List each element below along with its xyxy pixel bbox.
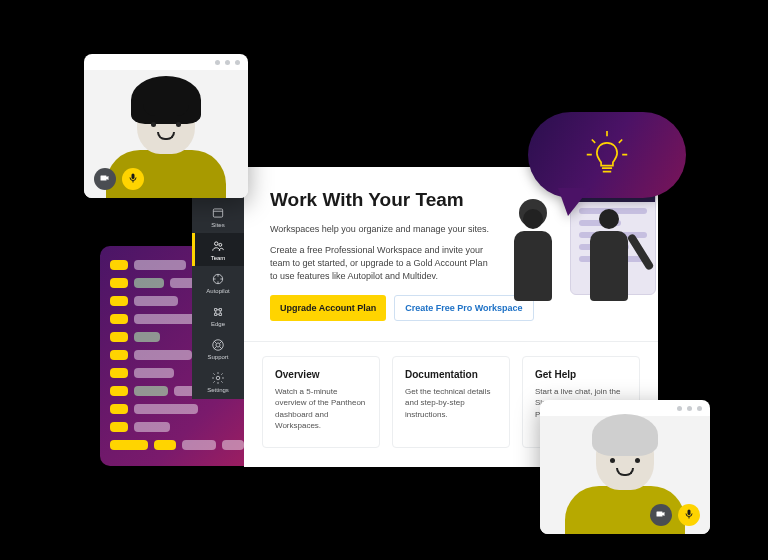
camera-icon [655,506,667,524]
svg-point-6 [216,377,220,381]
window-control-dot[interactable] [215,60,220,65]
svg-rect-7 [132,174,135,180]
sidebar-item-autopilot[interactable]: Autopilot [192,266,244,299]
camera-icon [99,170,111,188]
dashboard-sidebar: Home Sites Team Autopilot Edge Support [192,167,244,399]
window-control-dot[interactable] [677,406,682,411]
edge-icon [211,305,225,319]
window-control-dot[interactable] [697,406,702,411]
svg-point-1 [215,242,219,246]
video-call-window [84,54,248,198]
video-stage [84,70,248,198]
camera-toggle-button[interactable] [650,504,672,526]
autopilot-icon [211,272,225,286]
sidebar-item-label: Team [211,255,226,261]
lightbulb-icon [580,126,634,184]
support-icon [211,338,225,352]
card-body: Get the technical details and step-by-st… [405,386,497,420]
card-body: Watch a 5-minute overview of the Pantheo… [275,386,367,431]
window-control-dot[interactable] [235,60,240,65]
team-icon [211,239,225,253]
window-control-dot[interactable] [687,406,692,411]
sidebar-item-label: Settings [207,387,229,393]
person-silhouette [510,209,556,319]
sites-icon [211,206,225,220]
video-stage [540,416,710,534]
microphone-icon [683,506,695,524]
card-documentation[interactable]: Documentation Get the technical details … [392,356,510,448]
microphone-toggle-button[interactable] [122,168,144,190]
person-silhouette [586,209,632,319]
hero-intro-text: Workspaces help you organize and manage … [270,223,490,236]
sidebar-item-support[interactable]: Support [192,333,244,366]
card-title: Overview [275,369,367,380]
window-chrome [84,54,248,70]
sidebar-item-label: Edge [211,321,225,327]
video-call-window [540,400,710,534]
sidebar-item-label: Sites [211,222,224,228]
window-control-dot[interactable] [225,60,230,65]
card-title: Get Help [535,369,627,380]
card-title: Documentation [405,369,497,380]
svg-rect-0 [213,209,222,217]
camera-toggle-button[interactable] [94,168,116,190]
sidebar-item-sites[interactable]: Sites [192,200,244,233]
card-overview[interactable]: Overview Watch a 5-minute overview of th… [262,356,380,448]
upgrade-account-plan-button[interactable]: Upgrade Account Plan [270,295,386,321]
idea-speech-bubble [528,112,686,214]
sidebar-item-team[interactable]: Team [192,233,244,266]
svg-point-5 [216,343,220,347]
microphone-toggle-button[interactable] [678,504,700,526]
sidebar-item-edge[interactable]: Edge [192,300,244,333]
gear-icon [211,371,225,385]
sidebar-item-label: Support [207,354,228,360]
microphone-icon [127,170,139,188]
sidebar-item-label: Autopilot [206,288,229,294]
hero-body-text: Create a free Professional Workspace and… [270,244,490,283]
svg-point-2 [219,243,222,246]
svg-rect-8 [688,510,691,516]
sidebar-item-settings[interactable]: Settings [192,366,244,399]
